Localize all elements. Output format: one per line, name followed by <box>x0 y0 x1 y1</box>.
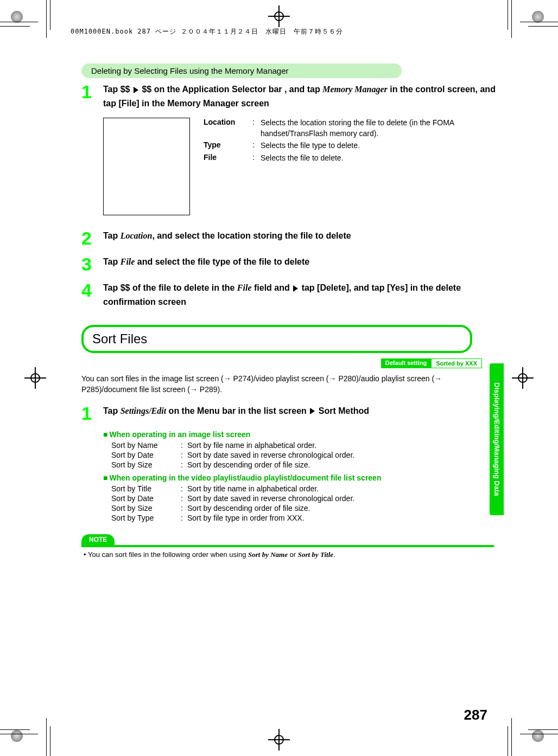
field-label: Sort by Type <box>111 514 176 522</box>
crop-hairline <box>46 718 47 756</box>
field-value: Sort by file type in order from XXX. <box>187 514 498 522</box>
step-number: 3 <box>81 255 103 273</box>
registration-mark-icon <box>268 729 290 751</box>
field-value: Sort by title name in alphabetical order… <box>187 484 498 493</box>
registration-mark-icon <box>512 367 534 389</box>
subsection-heading: When operating in the video playlist/aud… <box>103 473 498 482</box>
subsection-heading: When operating in an image list screen <box>103 430 498 439</box>
field-value: Selects the file to delete. <box>261 153 498 164</box>
table-row: Sort by Size : Sort by descending order … <box>111 504 498 512</box>
table-row: Sort by Name : Sort by file name in alph… <box>111 441 498 450</box>
note-label: NOTE <box>81 534 115 545</box>
crop-hairline <box>508 726 508 756</box>
table-row: Sort by Date : Sort by date saved in rev… <box>111 451 498 459</box>
sort-table: Sort by Name : Sort by file name in alph… <box>111 441 498 469</box>
crop-hairline <box>50 0 50 30</box>
table-row: Type : Selects the file type to delete. <box>204 140 498 151</box>
step-number: 2 <box>81 229 103 247</box>
crop-hairline <box>520 22 558 22</box>
crop-hairline <box>511 0 512 38</box>
note-block: NOTE You can sort files in the following… <box>81 523 498 559</box>
badge-value: Sorted by XXX <box>431 358 482 368</box>
page-number: 287 <box>464 707 487 723</box>
screenshot-placeholder <box>103 118 190 215</box>
step-number: 1 <box>81 404 103 422</box>
field-value: Sort by descending order of file size. <box>187 460 498 469</box>
default-setting-badge: Default setting Sorted by XXX <box>381 358 482 368</box>
field-label: Sort by Date <box>111 494 176 503</box>
step-number: 4 <box>81 281 103 309</box>
field-label: Sort by Size <box>111 460 176 469</box>
field-value: Sort by date saved in reverse chronologi… <box>187 451 498 459</box>
crop-hairline <box>0 734 38 734</box>
crop-mark-icon <box>532 730 547 745</box>
arrow-right-icon <box>224 374 231 383</box>
field-label: File <box>204 153 252 164</box>
field-value: Selects the file type to delete. <box>261 140 498 151</box>
registration-mark-icon <box>268 5 290 27</box>
crop-hairline <box>0 26 30 27</box>
step-text: Tap File and select the file type of the… <box>103 255 498 273</box>
crop-hairline <box>508 0 508 30</box>
major-heading: Sort Files <box>81 325 472 353</box>
field-value: Sort by file name in alphabetical order. <box>187 441 498 450</box>
content-area: Deleting by Selecting Files using the Me… <box>54 63 504 559</box>
field-label: Location <box>204 118 252 139</box>
table-row: Sort by Date : Sort by date saved in rev… <box>111 494 498 503</box>
field-label: Sort by Size <box>111 504 176 512</box>
definition-table: Location : Selects the location storing … <box>204 118 498 215</box>
step-4: 4 Tap $$ of the file to delete in the Fi… <box>81 281 498 309</box>
table-row: Location : Selects the location storing … <box>204 118 498 139</box>
crop-mark-icon <box>11 11 26 26</box>
crop-hairline <box>46 0 47 38</box>
arrow-right-icon <box>434 374 442 383</box>
note-rule <box>81 545 494 547</box>
step-1-sort: 1 Tap Settings/Edit on the Menu bar in t… <box>81 404 498 422</box>
crop-hairline <box>0 22 38 22</box>
badge-label: Default setting <box>381 358 431 368</box>
crop-hairline <box>528 729 558 730</box>
step-2: 2 Tap Location, and select the location … <box>81 229 498 247</box>
sort-table: Sort by Title : Sort by title name in al… <box>111 484 498 522</box>
arrow-right-icon <box>329 374 337 383</box>
triangle-right-icon <box>310 408 315 414</box>
crop-mark-icon <box>532 11 547 26</box>
field-value: Sort by date saved in reverse chronologi… <box>187 494 498 503</box>
table-row: Sort by Type : Sort by file type in orde… <box>111 514 498 522</box>
arrow-right-icon <box>190 385 198 394</box>
step-text: Tap Settings/Edit on the Menu bar in the… <box>103 404 498 422</box>
step-number: 1 <box>81 82 103 110</box>
field-label: Sort by Date <box>111 451 176 459</box>
intro-text: You can sort files in the image list scr… <box>81 374 482 395</box>
step-text: Tap $$ of the file to delete in the File… <box>103 281 498 309</box>
crop-hairline <box>0 729 30 730</box>
field-label: Sort by Name <box>111 441 176 450</box>
side-tab: Displaying/Editing/Managing Data <box>490 363 504 515</box>
step-1: 1 Tap $$ $$ on the Application Selector … <box>81 82 498 110</box>
triangle-right-icon <box>134 87 138 93</box>
page-frame: 00M1000EN.book 287 ページ ２００４年１１月２４日 水曜日 午… <box>54 27 504 729</box>
table-row: Sort by Title : Sort by title name in al… <box>111 484 498 493</box>
crop-hairline <box>511 718 512 756</box>
note-text: You can sort files in the following orde… <box>90 550 498 559</box>
crop-hairline <box>528 26 558 27</box>
field-label: Type <box>204 140 252 151</box>
table-row: File : Selects the file to delete. <box>204 153 498 164</box>
crop-mark-icon <box>11 730 26 745</box>
section-heading: Deleting by Selecting Files using the Me… <box>81 63 402 78</box>
registration-mark-icon <box>24 367 46 389</box>
step-1-detail: Location : Selects the location storing … <box>103 118 498 215</box>
field-label: Sort by Title <box>111 484 176 493</box>
step-text: Tap $$ $$ on the Application Selector ba… <box>103 82 498 110</box>
crop-hairline <box>50 726 50 756</box>
crop-hairline <box>520 734 558 734</box>
step-text: Tap Location, and select the location st… <box>103 229 498 247</box>
slug-line: 00M1000EN.book 287 ページ ２００４年１１月２４日 水曜日 午… <box>71 27 504 36</box>
table-row: Sort by Size : Sort by descending order … <box>111 460 498 469</box>
step-3: 3 Tap File and select the file type of t… <box>81 255 498 273</box>
field-value: Sort by descending order of file size. <box>187 504 498 512</box>
field-value: Selects the location storing the file to… <box>261 118 498 139</box>
triangle-right-icon <box>293 285 298 292</box>
